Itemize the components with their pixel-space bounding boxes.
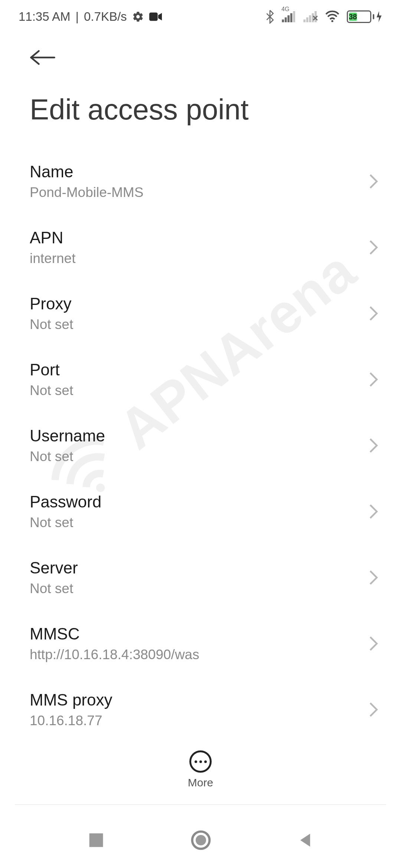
nav-recents-button[interactable]: [88, 832, 105, 849]
more-ellipsis-icon: [189, 750, 212, 773]
more-label: More: [188, 776, 213, 789]
row-server[interactable]: Server Not set: [30, 545, 379, 611]
row-value: 10.16.18.77: [30, 713, 353, 727]
chevron-right-icon: [368, 701, 379, 718]
svg-rect-5: [290, 13, 293, 22]
svg-point-12: [331, 20, 333, 22]
svg-rect-6: [293, 11, 295, 22]
status-time: 11:35 AM: [19, 10, 70, 24]
row-mms-proxy[interactable]: MMS proxy 10.16.18.77: [30, 677, 379, 727]
chevron-right-icon: [368, 371, 379, 388]
row-proxy[interactable]: Proxy Not set: [30, 280, 379, 346]
chevron-right-icon: [368, 635, 379, 652]
status-separator: |: [75, 10, 79, 24]
signal-bars-sim1-icon: [281, 11, 296, 22]
svg-rect-1: [149, 13, 158, 21]
row-label: Port: [30, 361, 353, 379]
chevron-right-icon: [368, 173, 379, 190]
row-value: Not set: [30, 383, 353, 398]
row-label: Name: [30, 162, 353, 181]
nav-home-button[interactable]: [190, 830, 211, 851]
row-label: Password: [30, 493, 353, 511]
svg-rect-9: [309, 15, 311, 22]
camera-status-icon: [149, 12, 162, 21]
signal-bars-sim2-icon: [303, 11, 318, 22]
chevron-right-icon: [368, 503, 379, 520]
row-value: http://10.16.18.4:38090/was: [30, 647, 353, 662]
settings-status-icon: [132, 11, 144, 23]
row-label: APN: [30, 228, 353, 247]
svg-rect-8: [306, 17, 309, 22]
row-port[interactable]: Port Not set: [30, 346, 379, 412]
row-value: internet: [30, 251, 353, 266]
row-username[interactable]: Username Not set: [30, 412, 379, 479]
row-label: MMSC: [30, 625, 353, 643]
system-navigation-bar: [0, 812, 401, 868]
battery-indicator: 38: [347, 10, 382, 23]
settings-list: Name Pond-Mobile-MMS APN internet Proxy …: [30, 148, 379, 727]
row-password[interactable]: Password Not set: [30, 479, 379, 545]
row-value: Not set: [30, 581, 353, 596]
svg-rect-7: [303, 20, 306, 23]
row-value: Not set: [30, 317, 353, 332]
chevron-right-icon: [368, 239, 379, 256]
nav-back-button[interactable]: [297, 832, 313, 848]
svg-rect-14: [89, 834, 103, 847]
svg-rect-3: [285, 17, 287, 22]
row-mmsc[interactable]: MMSC http://10.16.18.4:38090/was: [30, 611, 379, 677]
bluetooth-icon: [265, 10, 275, 24]
charging-icon: [376, 11, 382, 22]
arrow-left-icon: [30, 48, 56, 67]
row-label: Proxy: [30, 295, 353, 313]
row-value: Pond-Mobile-MMS: [30, 185, 353, 200]
row-value: Not set: [30, 515, 353, 530]
status-bar: 11:35 AM | 0.7KB/s 4G: [0, 0, 401, 33]
row-apn[interactable]: APN internet: [30, 214, 379, 280]
svg-rect-2: [282, 20, 284, 23]
back-button[interactable]: [30, 48, 56, 68]
row-name[interactable]: Name Pond-Mobile-MMS: [30, 148, 379, 214]
more-button[interactable]: More: [0, 736, 401, 803]
chevron-right-icon: [368, 305, 379, 322]
row-label: Server: [30, 559, 353, 577]
svg-point-16: [196, 835, 206, 845]
svg-rect-10: [312, 13, 314, 22]
page-title: Edit access point: [30, 93, 249, 126]
network-label: 4G: [281, 6, 289, 13]
row-label: Username: [30, 427, 353, 445]
row-value: Not set: [30, 449, 353, 464]
chevron-right-icon: [368, 437, 379, 454]
status-data-rate: 0.7KB/s: [84, 10, 127, 24]
row-label: MMS proxy: [30, 691, 353, 709]
chevron-right-icon: [368, 569, 379, 586]
bottom-divider: [15, 804, 386, 805]
wifi-icon: [325, 10, 340, 23]
svg-rect-4: [287, 15, 290, 22]
